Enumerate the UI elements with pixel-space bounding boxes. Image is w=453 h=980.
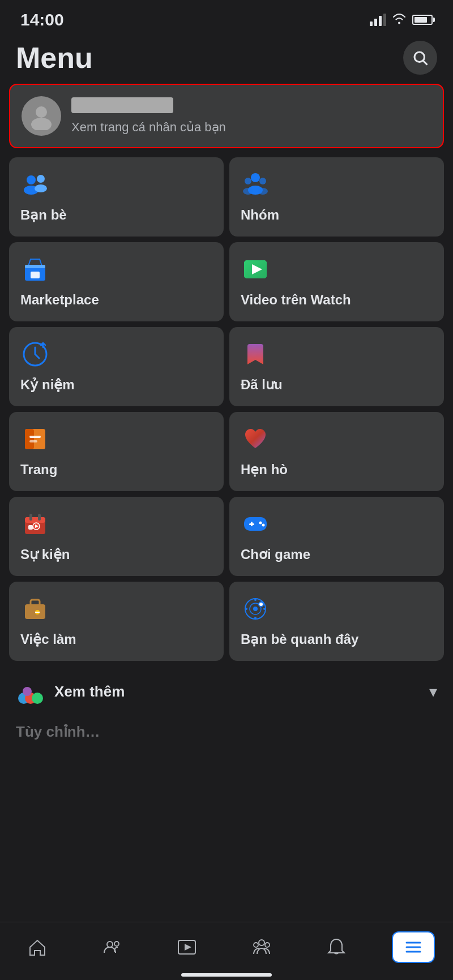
svg-rect-34	[249, 523, 254, 525]
jobs-icon	[20, 594, 50, 624]
notifications-nav-icon	[326, 937, 347, 957]
menu-item-gaming[interactable]: Chơi game	[229, 497, 444, 576]
home-nav-icon	[27, 937, 48, 957]
svg-point-13	[258, 188, 268, 195]
svg-point-47	[263, 608, 266, 610]
menu-label-gaming: Chơi game	[241, 547, 310, 562]
nav-item-friends[interactable]	[93, 934, 131, 961]
friends-icon	[20, 170, 50, 199]
avatar-icon	[27, 102, 55, 130]
svg-point-2	[36, 106, 47, 118]
svg-rect-24	[29, 440, 37, 442]
svg-point-52	[32, 693, 43, 704]
signal-icon	[370, 14, 386, 26]
menu-nav-icon	[403, 937, 424, 957]
menu-item-groups[interactable]: Nhóm	[229, 157, 444, 237]
svg-point-45	[254, 617, 257, 619]
header: Menu	[0, 35, 453, 84]
svg-point-9	[245, 178, 251, 184]
status-bar: 14:00	[0, 0, 453, 35]
svg-point-54	[107, 942, 113, 947]
gaming-icon	[241, 509, 270, 539]
svg-point-10	[259, 178, 266, 184]
watch-nav-icon	[177, 937, 197, 957]
svg-point-43	[253, 607, 258, 611]
svg-marker-57	[185, 944, 191, 951]
svg-rect-28	[38, 514, 41, 521]
profile-section[interactable]: Xem trang cá nhân của bạn	[9, 84, 444, 148]
home-indicator	[181, 973, 272, 977]
svg-point-53	[23, 687, 32, 696]
menu-item-marketplace[interactable]: Marketplace	[9, 242, 224, 321]
profile-subtitle: Xem trang cá nhân của bạn	[71, 120, 431, 135]
svg-rect-15	[25, 265, 45, 268]
menu-item-saved[interactable]: Đã lưu	[229, 327, 444, 406]
avatar	[22, 96, 61, 136]
menu-label-memories: Kỷ niệm	[20, 377, 75, 393]
nav-item-groups[interactable]	[242, 934, 281, 961]
menu-item-events[interactable]: Sự kiện	[9, 497, 224, 576]
svg-rect-29	[28, 525, 33, 530]
svg-point-6	[37, 175, 45, 183]
see-more-row[interactable]: Xem thêm ▾	[0, 665, 453, 717]
svg-point-60	[265, 943, 270, 947]
page-title: Menu	[16, 41, 93, 75]
svg-point-44	[254, 599, 257, 601]
friends-nav-icon	[102, 937, 122, 957]
battery-icon	[412, 15, 433, 25]
nav-item-menu[interactable]	[392, 931, 435, 963]
menu-label-nearby: Bạn bè quanh đây	[241, 631, 358, 647]
menu-label-marketplace: Marketplace	[20, 292, 99, 308]
menu-label-friends: Bạn bè	[20, 207, 67, 223]
pages-icon	[20, 424, 50, 454]
menu-label-groups: Nhóm	[241, 207, 279, 223]
svg-point-59	[254, 943, 258, 947]
nav-item-home[interactable]	[18, 934, 57, 961]
menu-label-watch: Video trên Watch	[241, 292, 351, 308]
menu-label-jobs: Việc làm	[20, 631, 76, 647]
menu-item-jobs[interactable]: Việc làm	[9, 582, 224, 661]
dating-icon	[241, 424, 270, 454]
menu-label-events: Sự kiện	[20, 547, 70, 562]
svg-rect-26	[25, 517, 45, 523]
profile-name	[71, 97, 173, 113]
memories-icon	[20, 339, 50, 369]
menu-item-watch[interactable]: Video trên Watch	[229, 242, 444, 321]
blur-text: Tùy chỉnh…	[16, 723, 100, 740]
status-icons	[370, 12, 433, 28]
bottom-nav	[0, 922, 453, 980]
status-time: 14:00	[20, 10, 64, 29]
svg-point-46	[245, 608, 247, 610]
svg-point-12	[243, 188, 253, 195]
menu-item-pages[interactable]: Trang	[9, 412, 224, 491]
nav-item-watch[interactable]	[168, 934, 206, 961]
svg-point-0	[414, 52, 425, 62]
svg-point-49	[259, 603, 263, 606]
svg-point-8	[251, 173, 260, 182]
events-icon	[20, 509, 50, 539]
svg-point-58	[259, 940, 264, 945]
menu-item-memories[interactable]: Kỷ niệm	[9, 327, 224, 406]
svg-point-7	[35, 184, 47, 192]
menu-item-friends[interactable]: Bạn bè	[9, 157, 224, 237]
menu-grid: Bạn bè Nhóm Marketplace	[0, 153, 453, 665]
blur-section: Tùy chỉnh…	[0, 717, 453, 751]
svg-point-36	[262, 524, 265, 527]
watch-icon	[241, 255, 270, 284]
svg-point-55	[114, 942, 119, 946]
search-button[interactable]	[403, 41, 437, 75]
svg-rect-16	[31, 272, 40, 278]
menu-item-nearby[interactable]: Bạn bè quanh đây	[229, 582, 444, 661]
svg-rect-27	[29, 514, 32, 521]
wifi-icon	[392, 12, 407, 28]
saved-icon	[241, 339, 270, 369]
marketplace-icon	[20, 255, 50, 284]
see-more-icon	[16, 677, 45, 706]
groups-icon	[241, 170, 270, 199]
profile-info: Xem trang cá nhân của bạn	[71, 97, 431, 135]
nav-item-notifications[interactable]	[317, 934, 356, 961]
search-icon	[412, 49, 429, 66]
nearby-icon	[241, 594, 270, 624]
menu-item-dating[interactable]: Hẹn hò	[229, 412, 444, 491]
menu-label-pages: Trang	[20, 462, 57, 478]
